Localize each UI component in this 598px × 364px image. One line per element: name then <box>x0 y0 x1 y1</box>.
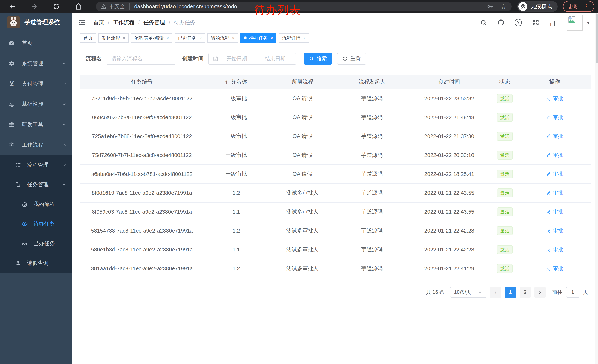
robot-icon <box>21 201 28 208</box>
screen: 不安全 dashboard.yudao.iocoder.cn/bpm/task/… <box>0 0 598 364</box>
next-page-button[interactable]: › <box>534 287 546 298</box>
process-name-input[interactable] <box>107 53 175 65</box>
browser-forward-icon[interactable] <box>30 2 39 11</box>
cell-process: 测试多审批人 <box>269 184 336 202</box>
approve-button[interactable]: 审批 <box>546 152 563 159</box>
cell-task-id: 725a1eb6-7b88-11ec-8ef0-acde48001122 <box>80 127 204 146</box>
fullscreen-icon[interactable] <box>532 19 540 26</box>
table-row: 381aa1dd-7ac8-11ec-a9e2-a2380e71991a 1.2… <box>80 259 590 278</box>
avatar[interactable] <box>567 15 583 31</box>
prev-page-button[interactable]: ‹ <box>490 287 501 298</box>
table-body: 73211d9d-7b9b-11ec-b5b7-acde48001122 一级审… <box>80 89 590 278</box>
page-number-button[interactable]: 2 <box>520 287 531 298</box>
approve-button[interactable]: 审批 <box>546 246 563 253</box>
browser-update-button[interactable]: 更新 ⋮ <box>563 1 594 12</box>
cell-task-name: 1.1 <box>204 202 269 221</box>
tab-close-icon[interactable]: × <box>232 36 235 40</box>
annotation-text: 待办列表 <box>254 3 301 18</box>
avatar-caret-icon[interactable]: ▾ <box>587 20 590 25</box>
tab-close-icon[interactable]: × <box>123 36 125 40</box>
page-scrollbar[interactable] <box>595 13 598 364</box>
tab[interactable]: 首页 <box>80 33 96 43</box>
help-icon[interactable]: ? <box>515 19 522 26</box>
sidebar-item-done-tasks[interactable]: 已办任务 <box>0 234 72 253</box>
incognito-label: 无痕模式 <box>531 3 552 10</box>
browser-back-icon[interactable] <box>8 2 17 11</box>
sidebar-item-workflow[interactable]: 工作流程 <box>0 135 72 155</box>
tab[interactable]: 我的流程 × <box>208 33 238 43</box>
page-number-button[interactable]: 1 <box>505 287 516 298</box>
tab[interactable]: 待办任务 × <box>240 33 276 43</box>
refresh-icon <box>342 56 348 61</box>
monitor-icon <box>8 101 15 108</box>
column-process: 所属流程 <box>269 75 336 89</box>
tab-label: 首页 <box>83 35 93 41</box>
page-size-select[interactable]: 10条/页 <box>450 287 486 298</box>
tab[interactable]: 发起流程 × <box>98 33 129 43</box>
approve-button[interactable]: 审批 <box>546 133 563 140</box>
sidebar-item-leave-query[interactable]: 请假查询 <box>0 253 72 273</box>
approve-button[interactable]: 审批 <box>546 95 563 102</box>
github-icon[interactable] <box>497 19 505 26</box>
start-date-placeholder[interactable]: 开始日期 <box>220 55 253 62</box>
pagination-total: 共 16 条 <box>426 289 444 296</box>
approve-button[interactable]: 审批 <box>546 208 563 215</box>
sidebar-item-todo-tasks[interactable]: 待办任务 <box>0 214 72 234</box>
search-button-label: 搜索 <box>317 55 327 62</box>
sidebar-item-process-management[interactable]: 流程管理 <box>0 155 72 175</box>
date-range-picker[interactable]: 开始日期 - 结束日期 <box>208 53 296 65</box>
url-bar[interactable]: 不安全 dashboard.yudao.iocoder.cn/bpm/task/… <box>96 2 512 11</box>
approve-button[interactable]: 审批 <box>546 114 563 121</box>
cell-process: OA 请假 <box>269 165 336 184</box>
tab-close-icon[interactable]: × <box>303 36 306 40</box>
approve-button[interactable]: 审批 <box>546 265 563 272</box>
sidebar-item-home[interactable]: 首页 <box>0 33 72 53</box>
sidebar-item-system[interactable]: 系统管理 <box>0 53 72 74</box>
sidebar-item-my-process[interactable]: 我的流程 <box>0 194 72 214</box>
cell-task-id: 58154733-7ac8-11ec-a9e2-a2380e71991a <box>80 221 204 240</box>
sidebar-collapse-icon[interactable] <box>78 18 86 27</box>
scrollbar-thumb[interactable] <box>596 13 598 63</box>
key-icon[interactable] <box>487 3 493 10</box>
sidebar-item-label: 基础设施 <box>22 101 43 108</box>
sidebar-item-dev-tools[interactable]: 研发工具 <box>0 114 72 135</box>
cell-starter: 芋道源码 <box>336 240 407 259</box>
table-row: 069c6a63-7b8a-11ec-8ef0-acde48001122 一级审… <box>80 108 590 127</box>
breadcrumb-task-management[interactable]: 任务管理 <box>143 19 165 26</box>
sidebar-item-payment[interactable]: ¥ 支付管理 <box>0 74 72 94</box>
cell-task-id: 75d72608-7b7f-11ec-a3c8-acde48001122 <box>80 146 204 165</box>
breadcrumb-home[interactable]: 首页 <box>93 19 104 26</box>
browser-menu-icon[interactable]: ⋮ <box>583 3 589 10</box>
chevron-down-icon <box>61 102 67 107</box>
security-warning[interactable]: 不安全 <box>101 3 125 10</box>
incognito-badge: 无痕模式 <box>517 1 558 12</box>
tab[interactable]: 流程表单-编辑 × <box>131 33 173 43</box>
font-size-icon[interactable]: TT <box>549 19 557 26</box>
cell-starter: 芋道源码 <box>336 202 407 221</box>
cell-task-id: 73211d9d-7b9b-11ec-b5b7-acde48001122 <box>80 89 204 108</box>
tab[interactable]: 流程详情 × <box>279 33 309 43</box>
tab-close-icon[interactable]: × <box>166 36 169 40</box>
reset-button[interactable]: 重置 <box>337 53 366 65</box>
tab-close-icon[interactable]: × <box>199 36 202 40</box>
url-text[interactable]: dashboard.yudao.iocoder.cn/bpm/task/todo <box>134 4 487 10</box>
cell-process: OA 请假 <box>269 127 336 146</box>
tab-close-icon[interactable]: × <box>270 36 273 40</box>
yen-icon: ¥ <box>8 80 15 87</box>
sidebar-item-task-management[interactable]: 任务管理 <box>0 175 72 194</box>
approve-button[interactable]: 审批 <box>546 189 563 196</box>
browser-home-icon[interactable] <box>74 2 83 11</box>
approve-button[interactable]: 审批 <box>546 170 563 178</box>
goto-page-input[interactable] <box>566 287 579 298</box>
search-icon[interactable] <box>480 19 487 26</box>
search-button-icon <box>309 56 314 61</box>
end-date-placeholder[interactable]: 结束日期 <box>259 55 292 62</box>
bookmark-star-icon[interactable]: ☆ <box>500 3 507 10</box>
search-button[interactable]: 搜索 <box>304 53 332 65</box>
app-logo[interactable]: 芋道管理系统 <box>0 13 72 31</box>
tab[interactable]: 已办任务 × <box>175 33 205 43</box>
browser-reload-icon[interactable] <box>52 2 61 11</box>
breadcrumb-workflow[interactable]: 工作流程 <box>113 19 134 26</box>
sidebar-item-infrastructure[interactable]: 基础设施 <box>0 94 72 114</box>
approve-button[interactable]: 审批 <box>546 227 563 234</box>
